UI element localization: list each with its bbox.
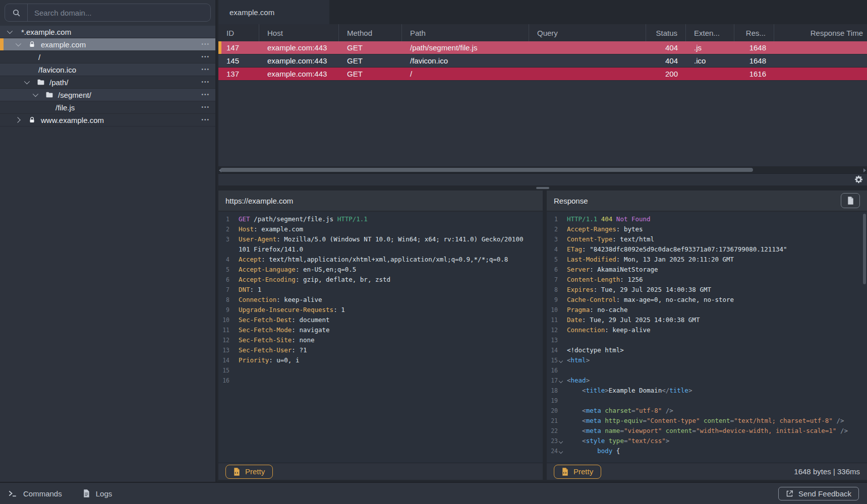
chevron-right-icon[interactable] [15,117,20,122]
chevron-down-icon[interactable] [33,91,38,97]
code-text: Accept: text/html,application/xhtml+xml,… [239,255,508,265]
item-menu-button[interactable]: ••• [201,67,210,72]
domain-tree: *.example.comexample.com•••/•••/favicon.… [0,26,215,127]
code-token [597,215,601,223]
column-header-method[interactable]: Method [339,24,402,41]
tab-example-com[interactable]: example.com [218,0,329,24]
code-token: Example Domain [609,387,662,394]
column-header-path[interactable]: Path [402,24,529,41]
cell-time [774,68,867,80]
fold-gutter [558,255,564,265]
column-header-length[interactable]: Res... [734,24,774,41]
panel-splitter[interactable] [218,185,867,191]
chevron-down-icon[interactable] [7,28,13,34]
cell-extension: .js [686,41,734,54]
tree-item-root[interactable]: /••• [0,51,215,64]
request-row-137[interactable]: 137example.com:443GET/2001616 [218,68,867,81]
pretty-file-icon [562,468,568,476]
code-line: 15<html> [547,355,867,365]
logs-button[interactable]: Logs [83,489,112,498]
tree-item-file-js[interactable]: /file.js••• [0,101,215,114]
fold-gutter [558,214,564,224]
scrollbar-thumb[interactable] [220,168,753,172]
response-pretty-button[interactable]: Pretty [554,465,601,479]
cell-path: / [402,68,529,80]
code-text: body { [567,446,620,456]
send-feedback-button[interactable]: Send Feedback [778,487,859,500]
code-token: body [597,447,612,455]
code-token [836,427,840,434]
item-menu-button[interactable]: ••• [201,92,210,97]
request-row-145[interactable]: 145example.com:443GET/favicon.ico404.ico… [218,54,867,68]
column-header-id[interactable]: ID [218,24,259,41]
request-editor[interactable]: 1GET /path/segment/file.js HTTP/1.12Host… [218,212,543,463]
code-line: 20 <meta charset="utf-8" /> [547,406,867,416]
scroll-right-arrow[interactable] [863,168,866,172]
search-input[interactable] [28,9,210,17]
tree-chevron-slot [15,118,29,122]
column-header-extension[interactable]: Exten... [686,24,734,41]
response-file-button[interactable] [841,193,860,208]
code-text: Priority: u=0, i [239,355,299,365]
item-menu-button[interactable]: ••• [201,42,210,47]
response-editor[interactable]: 1HTTP/1.1 404 Not Found2Accept-Ranges: b… [547,212,867,463]
code-token: /> [836,417,844,424]
item-menu-button[interactable]: ••• [201,54,210,59]
code-line: 12Connection: keep-alive [547,325,867,335]
code-token: > [586,376,590,384]
code-token: meta [586,427,601,434]
code-token: content [666,427,692,434]
column-header-time[interactable]: Response Time [774,24,867,41]
request-pretty-button[interactable]: Pretty [225,465,273,479]
search-button[interactable] [5,4,28,21]
commands-button[interactable]: Commands [8,489,62,498]
code-token: : en-US,en;q=0.5 [296,266,356,273]
line-number: 7 [218,285,229,295]
code-text: GET /path/segment/file.js HTTP/1.1 [239,214,368,224]
code-token: Host [239,225,254,233]
code-text: User-Agent: Mozilla/5.0 (Windows NT 10.0… [239,234,523,244]
tree-item-example-com[interactable]: example.com••• [0,38,215,51]
tree-item-path[interactable]: /path/••• [0,76,215,89]
horizontal-scrollbar[interactable] [218,166,867,173]
tree-item-label: /path/ [49,78,69,87]
tree-item-example-com[interactable]: *.example.com [0,26,215,38]
fold-chevron-icon[interactable] [558,355,564,365]
column-header-host[interactable]: Host [259,24,339,41]
splitter-handle-icon[interactable] [536,187,549,189]
code-token: Connection [567,326,605,334]
fold-chevron-icon[interactable] [558,375,564,386]
fold-chevron-icon[interactable] [558,446,564,456]
line-number: 14 [218,355,229,365]
item-menu-button[interactable]: ••• [201,80,210,85]
tree-item-segment[interactable]: /segment/••• [0,89,215,101]
code-token: < [567,376,571,384]
code-token: /> [666,407,673,414]
tree-item-favicon-ico[interactable]: /favicon.ico••• [0,64,215,76]
column-header-query[interactable]: Query [529,24,646,41]
cell-status: 404 [646,41,686,54]
line-number: 7 [547,275,558,285]
fold-gutter [229,224,236,234]
fold-chevron-icon[interactable] [558,436,564,446]
fold-gutter [558,416,564,426]
code-token: : 1 [250,286,262,293]
code-text: <title>Example Domain</title> [567,386,692,396]
line-number: 13 [218,345,229,355]
column-header-status[interactable]: Status [646,24,686,41]
chevron-down-icon[interactable] [24,79,30,84]
chevron-down-icon[interactable] [16,41,21,46]
code-line: 21 <meta http-equiv="Content-type" conte… [547,416,867,426]
response-scrollbar-thumb[interactable] [863,214,866,284]
folder-icon-slot [37,79,48,85]
gear-icon[interactable] [854,175,863,184]
code-token: : gzip, deflate, br, zstd [296,276,390,283]
column-header-label: Response Time [811,29,863,37]
tree-item-www-example-com[interactable]: www.example.com••• [0,114,215,127]
code-line: 18 <title>Example Domain</title> [547,386,867,396]
item-menu-button[interactable]: ••• [201,117,210,122]
tree-item-label: *.example.com [21,28,71,36]
code-line: 22 <meta name="viewport" content="width=… [547,426,867,436]
item-menu-button[interactable]: ••• [201,105,210,110]
request-row-147[interactable]: 147example.com:443GET/path/segment/file.… [218,41,867,54]
